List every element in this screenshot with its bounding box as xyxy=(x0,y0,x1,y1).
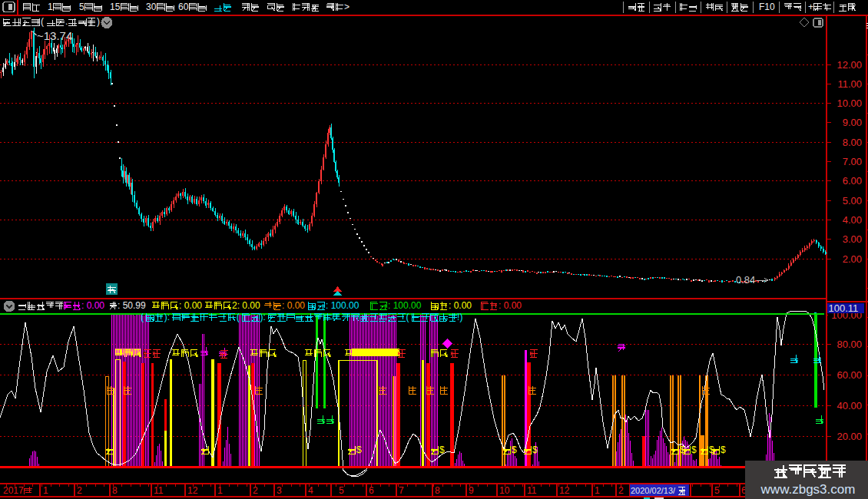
svg-text:: 0.00: : 0.00 xyxy=(81,300,104,311)
svg-text:$: $ xyxy=(532,444,538,455)
svg-text:(: ( xyxy=(141,312,144,322)
svg-text:: 0.00: : 0.00 xyxy=(179,300,202,311)
svg-text:4: 4 xyxy=(308,485,313,496)
svg-text:$: $ xyxy=(691,444,697,455)
svg-text:.: . xyxy=(65,16,68,27)
svg-text:11.00: 11.00 xyxy=(837,78,862,90)
svg-text:40.00: 40.00 xyxy=(837,400,862,411)
svg-text:(: ( xyxy=(41,16,44,27)
svg-text:: 100.00: : 100.00 xyxy=(388,300,422,311)
svg-text:4.00: 4.00 xyxy=(843,214,862,226)
svg-text:: 0.00: : 0.00 xyxy=(449,300,472,311)
svg-text:5: 5 xyxy=(714,485,720,496)
svg-text:):: ): xyxy=(164,312,170,322)
svg-text:9: 9 xyxy=(469,485,474,496)
svg-text:5.00: 5.00 xyxy=(843,195,862,207)
svg-text:11: 11 xyxy=(527,485,537,496)
svg-text:: 50.99: : 50.99 xyxy=(118,300,146,311)
svg-text:!): !) xyxy=(457,312,462,322)
svg-text:F10: F10 xyxy=(759,2,775,12)
svg-text:100.11: 100.11 xyxy=(829,302,859,314)
svg-text:12: 12 xyxy=(559,485,570,496)
svg-text:8: 8 xyxy=(112,485,118,496)
svg-text:1: 1 xyxy=(217,485,223,496)
svg-text:>: > xyxy=(344,2,350,12)
svg-text:3.00: 3.00 xyxy=(843,233,862,245)
svg-text:1: 1 xyxy=(43,485,48,496)
svg-text:8: 8 xyxy=(435,485,440,496)
svg-text:(: ( xyxy=(406,312,409,322)
svg-text:11: 11 xyxy=(154,485,164,496)
svg-text:2020/02/13/: 2020/02/13/ xyxy=(631,486,676,495)
svg-text:):: ): xyxy=(260,312,265,322)
svg-text:2.00: 2.00 xyxy=(843,253,862,265)
svg-text:$: $ xyxy=(721,444,726,455)
svg-text:2: 2 xyxy=(253,485,258,496)
svg-text:3: 3 xyxy=(277,485,282,496)
svg-text:12.00: 12.00 xyxy=(837,59,862,71)
svg-text:: 0.00: : 0.00 xyxy=(499,300,522,311)
svg-text:0.84: 0.84 xyxy=(736,274,755,286)
svg-text:: 0.00: : 0.00 xyxy=(282,300,305,311)
svg-text:9.00: 9.00 xyxy=(843,117,862,128)
svg-text:7: 7 xyxy=(399,485,404,496)
svg-text:5: 5 xyxy=(339,485,344,496)
svg-text:): ) xyxy=(97,16,100,27)
svg-text:20.00: 20.00 xyxy=(837,431,862,442)
svg-text:30: 30 xyxy=(146,2,157,12)
svg-text:80.00: 80.00 xyxy=(837,339,862,350)
svg-text:60: 60 xyxy=(178,2,189,12)
svg-text:8.00: 8.00 xyxy=(843,137,862,148)
svg-text:10.00: 10.00 xyxy=(837,97,862,109)
svg-text:1: 1 xyxy=(48,2,53,12)
svg-text:10: 10 xyxy=(499,485,510,496)
svg-text:2: 2 xyxy=(77,485,82,496)
svg-text:2: 2 xyxy=(618,485,624,496)
svg-text:(: ( xyxy=(237,312,240,322)
svg-text:2017: 2017 xyxy=(3,485,24,496)
svg-text:5: 5 xyxy=(79,2,84,12)
svg-text:+: + xyxy=(808,2,813,12)
svg-text:12: 12 xyxy=(187,485,198,496)
svg-text:7.00: 7.00 xyxy=(843,156,862,167)
svg-text:6.00: 6.00 xyxy=(843,175,862,187)
svg-text:$: $ xyxy=(439,444,445,455)
svg-text:6: 6 xyxy=(369,485,374,496)
svg-text:www.zbgs3.com: www.zbgs3.com xyxy=(760,482,856,497)
svg-text:15: 15 xyxy=(110,2,121,12)
svg-text:~13.74: ~13.74 xyxy=(37,29,72,42)
svg-text:$: $ xyxy=(512,444,517,455)
svg-text:60.00: 60.00 xyxy=(837,369,862,381)
svg-text:: 100.00: : 100.00 xyxy=(326,300,359,311)
svg-text:1: 1 xyxy=(595,485,600,496)
svg-text:2: 0.00: 2: 0.00 xyxy=(232,300,260,311)
svg-text:$: $ xyxy=(356,444,362,455)
